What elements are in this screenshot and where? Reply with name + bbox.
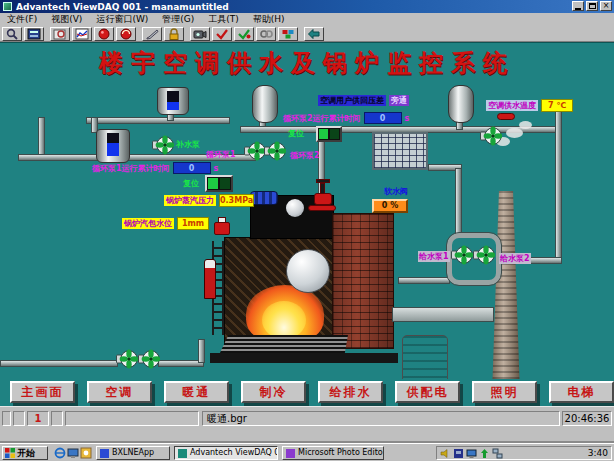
menu-file[interactable]: 文件(F) [0, 13, 44, 26]
status-cell [65, 411, 199, 426]
boiler-drum-small [286, 199, 304, 217]
start-button[interactable]: 开始 [2, 446, 48, 460]
pump2-timer-value: 0 [364, 112, 402, 124]
smoke-puff [519, 121, 532, 129]
minimize-button[interactable] [572, 1, 584, 11]
task-icon [286, 449, 295, 458]
nav-refrigeration[interactable]: 制冷 [241, 381, 306, 403]
circ-pump2-label: 循环泵2 [290, 150, 320, 161]
task-photo-editor[interactable]: Microsoft Photo Editor [282, 446, 384, 460]
drum-valve[interactable] [214, 222, 230, 235]
system-tray: 3:40 [436, 446, 612, 460]
makeup-water-tank [157, 87, 189, 115]
status-cell [13, 411, 25, 426]
hmi-title: 楼宇空调供水及锅炉监控系统 [0, 47, 614, 79]
bypass-badge: 旁通 [389, 95, 409, 106]
reset-label-mid: 复位 [183, 178, 199, 189]
menu-tools[interactable]: 工具(T) [201, 13, 246, 26]
reset-toggle-mid[interactable] [205, 175, 233, 192]
nav-elevator[interactable]: 电梯 [549, 381, 614, 403]
expansion-tank [252, 85, 278, 123]
status-cell [51, 411, 63, 426]
blower [250, 191, 278, 205]
pump1-timer-group: 循环泵1运行累计时间 0 s [92, 162, 218, 174]
hmi-canvas: 楼宇空调供水及锅炉监控系统 [0, 42, 614, 406]
boiler-brick-wall [332, 213, 394, 349]
display-icon[interactable] [453, 448, 464, 459]
nav-lighting[interactable]: 照明 [472, 381, 537, 403]
maximize-button[interactable] [586, 1, 598, 11]
right-line-valve[interactable] [497, 113, 515, 120]
pump2-timer-unit: s [405, 113, 410, 124]
smoke-puff [506, 128, 523, 138]
camera-icon[interactable] [190, 27, 210, 41]
pump1-timer-value: 0 [173, 162, 211, 174]
volume-icon[interactable] [440, 448, 451, 459]
ack-red-icon[interactable] [212, 27, 232, 41]
link-icon[interactable] [256, 27, 276, 41]
task-icon [178, 449, 187, 458]
status-cell [2, 411, 11, 426]
drum-level-group: 锅炉汽包水位 1mm [122, 217, 209, 230]
network-icon[interactable] [492, 448, 503, 459]
back-arrow-icon[interactable] [304, 27, 324, 41]
burner [204, 259, 216, 299]
circulation-pump2-icon[interactable] [264, 141, 286, 161]
report-preview-icon[interactable] [50, 27, 70, 41]
palette-icon[interactable] [278, 27, 298, 41]
makeup-pump-icon[interactable] [152, 135, 174, 155]
pressure-diff-label: 空调用户供回压差 [318, 95, 386, 106]
monitor-icon[interactable] [466, 448, 477, 459]
feed-pump2-label: 给水泵2 [499, 253, 531, 264]
pump1-timer-unit: s [214, 163, 219, 174]
pipe [0, 360, 118, 367]
menu-view[interactable]: 视图(V) [44, 13, 89, 26]
pipe [455, 168, 462, 236]
updown-icon[interactable] [479, 448, 490, 459]
desktop-icon[interactable] [67, 447, 79, 459]
menu-bar: 文件(F) 视图(V) 运行窗口(W) 管理(G) 工具(T) 帮助(H) [0, 13, 614, 26]
chimney [490, 191, 522, 397]
panel-icon[interactable] [24, 27, 44, 41]
status-bar: 1 暖通.bgr 20:46:36 [0, 406, 614, 443]
circulation-pump1-icon[interactable] [244, 141, 266, 161]
channels-icon[interactable] [80, 447, 92, 459]
nav-main-screen[interactable]: 主画面 [10, 381, 75, 403]
boiler-base [210, 353, 398, 363]
nav-water-drainage[interactable]: 给排水 [318, 381, 383, 403]
alarm-ball-icon[interactable] [94, 27, 114, 41]
task-viewdaq[interactable]: Advantech ViewDAQ 001 [174, 446, 278, 460]
ie-icon[interactable] [54, 447, 66, 459]
soft-water-valve-base [308, 205, 336, 211]
title-bar: Advantech ViewDAQ 001 - manamuntitled × [0, 0, 614, 13]
flue-duct [392, 307, 494, 322]
nav-power-supply[interactable]: 供配电 [395, 381, 460, 403]
trend-chart-icon[interactable] [72, 27, 92, 41]
ack-green-icon[interactable] [234, 27, 254, 41]
reset-toggle-top[interactable] [316, 126, 342, 142]
supply-pump-icon[interactable] [480, 126, 502, 146]
nav-hvac[interactable]: 暖通 [164, 381, 229, 403]
makeup-pump-label: 补水泵 [176, 139, 200, 150]
search-icon[interactable] [2, 27, 22, 41]
menu-manage[interactable]: 管理(G) [155, 13, 201, 26]
status-filename: 暖通.bgr [202, 411, 560, 426]
reset-label-top: 复位 [288, 128, 304, 139]
blower-pump2-icon[interactable] [138, 349, 160, 369]
soft-water-valve-body[interactable] [314, 193, 332, 205]
lock-icon[interactable] [164, 27, 184, 41]
blower-pump1-icon[interactable] [116, 349, 138, 369]
steam-pressure-group: 锅炉蒸汽压力 0.3MPa [164, 194, 254, 207]
feed-pump2-icon[interactable] [473, 245, 495, 265]
menu-help[interactable]: 帮助(H) [246, 13, 292, 26]
task-bxlneapp[interactable]: BXLNEApp [96, 446, 170, 460]
windows-logo-icon [5, 448, 15, 458]
alarm-bell-icon[interactable] [116, 27, 136, 41]
close-button[interactable]: × [600, 1, 612, 11]
soft-valve-label: 软水阀 [384, 186, 408, 197]
pen-icon[interactable] [142, 27, 162, 41]
menu-run-window[interactable]: 运行窗口(W) [89, 13, 155, 26]
feed-pump1-icon[interactable] [451, 245, 473, 265]
nav-air-conditioning[interactable]: 空调 [87, 381, 152, 403]
task-label: Microsoft Photo Editor [298, 447, 384, 459]
